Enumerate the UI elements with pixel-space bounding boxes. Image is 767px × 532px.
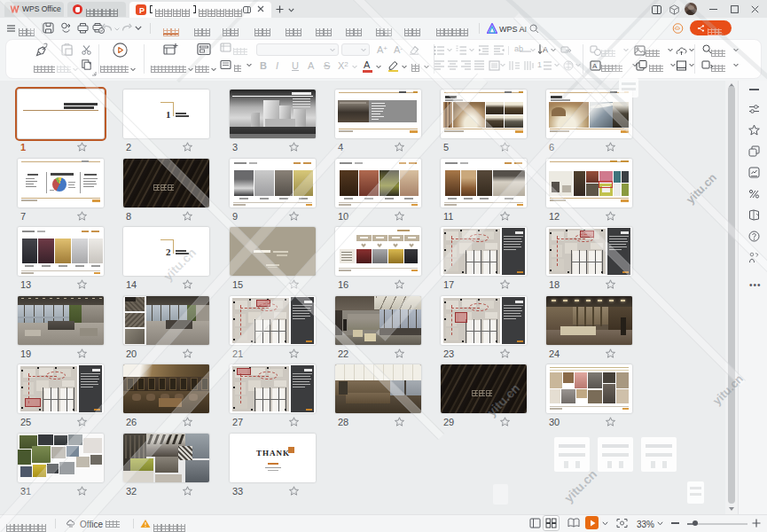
svg-text:A: A	[543, 45, 548, 54]
svg-text:A: A	[592, 62, 598, 70]
